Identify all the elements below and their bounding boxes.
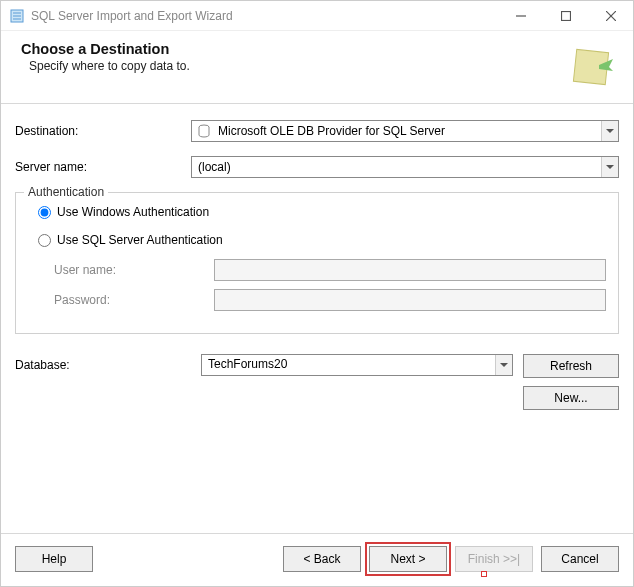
titlebar: SQL Server Import and Export Wizard — [1, 1, 633, 31]
refresh-button[interactable]: Refresh — [523, 354, 619, 378]
minimize-button[interactable] — [498, 1, 543, 31]
page-subtitle: Specify where to copy data to. — [21, 59, 569, 73]
use-windows-auth-radio[interactable]: Use Windows Authentication — [28, 201, 606, 223]
cancel-button[interactable]: Cancel — [541, 546, 619, 572]
use-sql-auth-radio[interactable]: Use SQL Server Authentication — [28, 229, 606, 251]
database-value: TechForums20 — [202, 355, 495, 375]
maximize-button[interactable] — [543, 1, 588, 31]
username-input — [214, 259, 606, 281]
dropdown-arrow-icon[interactable] — [495, 355, 512, 375]
back-button[interactable]: < Back — [283, 546, 361, 572]
radio-windows-auth[interactable] — [38, 206, 51, 219]
help-button[interactable]: Help — [15, 546, 93, 572]
server-name-combo[interactable]: (local) — [191, 156, 619, 178]
database-label: Database: — [15, 354, 191, 372]
destination-combo[interactable]: Microsoft OLE DB Provider for SQL Server — [191, 120, 619, 142]
page-title: Choose a Destination — [21, 41, 569, 57]
close-button[interactable] — [588, 1, 633, 31]
wizard-body: Destination: Microsoft OLE DB Provider f… — [1, 104, 633, 533]
marker-icon — [481, 571, 487, 577]
dropdown-arrow-icon[interactable] — [601, 121, 618, 141]
wizard-header: Choose a Destination Specify where to co… — [1, 31, 633, 104]
username-label: User name: — [54, 263, 214, 277]
wizard-icon — [569, 41, 617, 89]
password-label: Password: — [54, 293, 214, 307]
dropdown-arrow-icon[interactable] — [601, 157, 618, 177]
destination-value: Microsoft OLE DB Provider for SQL Server — [216, 124, 601, 138]
radio-sql-auth-label: Use SQL Server Authentication — [57, 233, 223, 247]
database-icon — [196, 123, 212, 139]
radio-sql-auth[interactable] — [38, 234, 51, 247]
password-input — [214, 289, 606, 311]
app-icon — [9, 8, 25, 24]
svg-rect-2 — [561, 11, 570, 20]
finish-button: Finish >>| — [455, 546, 533, 572]
server-name-value: (local) — [192, 160, 601, 174]
next-button[interactable]: Next > — [369, 546, 447, 572]
radio-windows-auth-label: Use Windows Authentication — [57, 205, 209, 219]
wizard-footer: Help < Back Next > Finish >>| Cancel — [1, 533, 633, 586]
database-combo[interactable]: TechForums20 — [201, 354, 513, 376]
authentication-group: Authentication Use Windows Authenticatio… — [15, 192, 619, 334]
destination-label: Destination: — [15, 124, 191, 138]
window-title: SQL Server Import and Export Wizard — [31, 9, 498, 23]
new-database-button[interactable]: New... — [523, 386, 619, 410]
server-name-label: Server name: — [15, 160, 191, 174]
authentication-legend: Authentication — [24, 185, 108, 199]
